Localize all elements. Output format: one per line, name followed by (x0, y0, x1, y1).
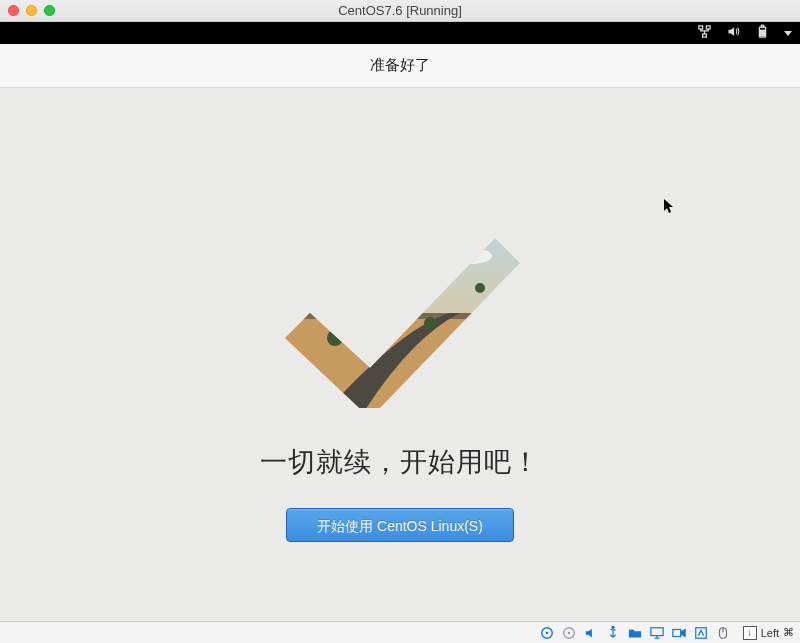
mouse-cursor-icon (663, 198, 675, 217)
system-menu-caret-icon[interactable] (784, 31, 792, 36)
shared-folder-icon[interactable] (627, 625, 643, 641)
recording-icon[interactable] (671, 625, 687, 641)
host-key-arrow-icon: ↓ (743, 626, 757, 640)
svg-rect-0 (699, 25, 703, 28)
svg-rect-8 (280, 313, 520, 319)
svg-point-13 (402, 267, 438, 279)
gnome-body: 一切就续，开始用吧！ 开始使用 CentOS Linux(S) (0, 88, 800, 621)
svg-point-15 (545, 631, 548, 634)
host-key-label: Left (761, 627, 779, 639)
svg-point-17 (567, 631, 570, 634)
volume-icon[interactable] (726, 24, 741, 43)
virtualbox-status-bar: ↓ Left ⌘ (0, 621, 800, 643)
mac-titlebar: CentOS7.6 [Running] (0, 0, 800, 22)
svg-rect-1 (706, 25, 710, 28)
svg-rect-4 (761, 25, 764, 27)
hard-disk-icon[interactable] (539, 625, 555, 641)
virtualization-icon[interactable] (693, 625, 709, 641)
display-icon[interactable] (649, 625, 665, 641)
svg-point-11 (475, 283, 485, 293)
usb-icon[interactable] (605, 625, 621, 641)
svg-rect-5 (761, 30, 765, 36)
vm-guest-menubar (0, 22, 800, 44)
gnome-header: 准备好了 (0, 44, 800, 88)
svg-rect-2 (703, 34, 707, 37)
host-key-indicator[interactable]: ↓ Left ⌘ (743, 626, 794, 640)
svg-point-9 (327, 330, 343, 346)
audio-icon[interactable] (583, 625, 599, 641)
window-title: CentOS7.6 [Running] (0, 3, 800, 18)
svg-point-12 (448, 248, 492, 264)
page-title: 准备好了 (370, 56, 430, 75)
optical-drive-icon[interactable] (561, 625, 577, 641)
svg-rect-20 (673, 629, 681, 636)
start-using-button[interactable]: 开始使用 CentOS Linux(S) (286, 508, 514, 542)
ready-heading: 一切就续，开始用吧！ (260, 444, 540, 480)
checkmark-graphic (280, 218, 520, 408)
svg-point-18 (612, 626, 614, 628)
host-key-symbol: ⌘ (783, 626, 794, 639)
svg-point-10 (424, 317, 436, 329)
network-icon[interactable] (697, 24, 712, 43)
svg-rect-19 (651, 627, 663, 635)
mouse-integration-icon[interactable] (715, 625, 731, 641)
battery-icon[interactable] (755, 24, 770, 43)
